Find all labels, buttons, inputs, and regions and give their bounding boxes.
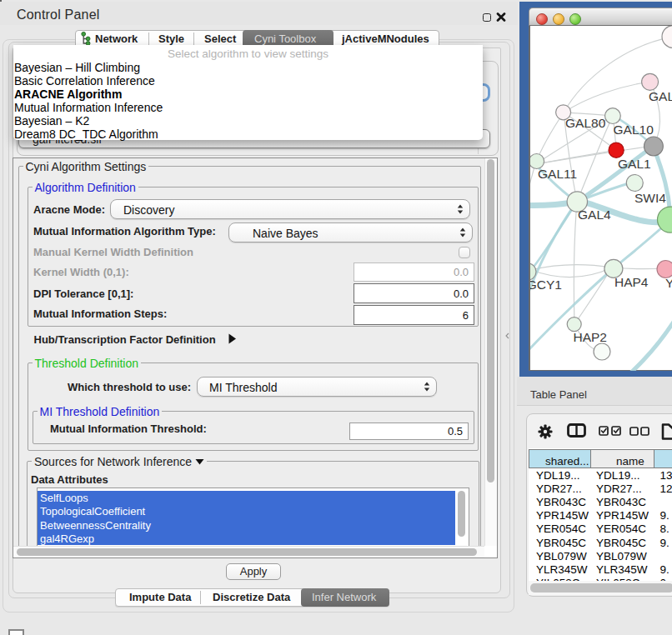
svg-text:HAP4: HAP4 <box>614 275 649 289</box>
svg-text:GCY1: GCY1 <box>530 278 562 292</box>
svg-text:GAL11: GAL11 <box>538 167 577 181</box>
svg-text:SWI4: SWI4 <box>634 191 666 205</box>
svg-text:Y: Y <box>665 276 672 290</box>
svg-text:GAL80: GAL80 <box>565 116 606 130</box>
svg-text:HAP2: HAP2 <box>574 330 608 344</box>
svg-text:GAL10: GAL10 <box>614 122 654 137</box>
svg-text:GAL7: GAL7 <box>649 89 672 103</box>
svg-text:GAL1: GAL1 <box>618 157 651 171</box>
svg-text:GAL4: GAL4 <box>578 208 611 222</box>
